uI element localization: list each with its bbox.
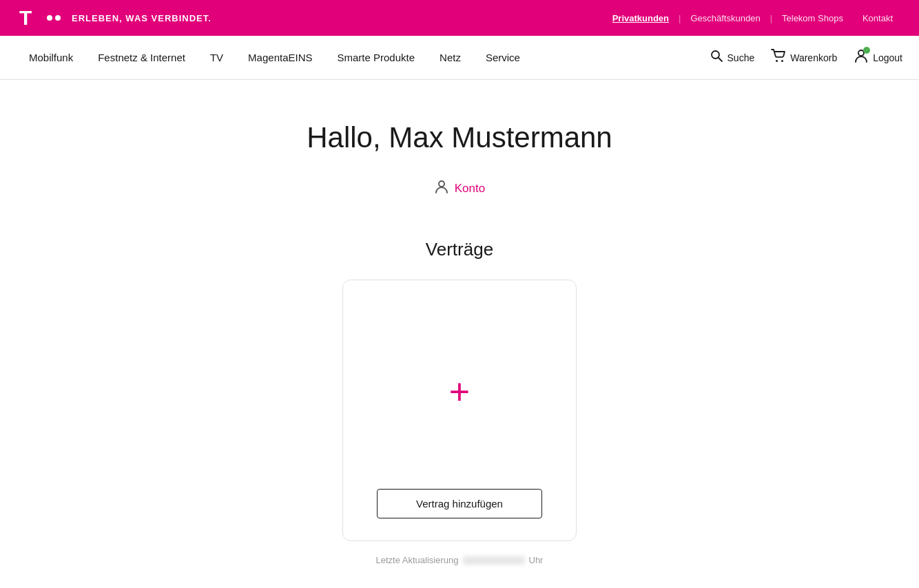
page-content: Hallo, Max Mustermann Konto Verträge + V… (149, 80, 770, 588)
contract-card: + Vertrag hinzufügen (342, 280, 577, 541)
konto-label: Konto (455, 182, 485, 196)
logout-action[interactable]: Logout (854, 48, 902, 67)
user-icon-wrap (854, 48, 869, 67)
search-action[interactable]: Suche (710, 49, 755, 66)
logo-dots (47, 15, 61, 21)
main-nav-actions: Suche Warenkorb Logout (710, 48, 902, 67)
telekom-logo: T ERLEBEN, WAS VERBINDET. (17, 6, 211, 30)
nav-geschaeftskunden[interactable]: Geschäftskunden (681, 13, 770, 23)
main-nav: Mobilfunk Festnetz & Internet TV Magenta… (0, 36, 919, 80)
greeting-heading: Hallo, Max Mustermann (166, 121, 753, 154)
tagline: ERLEBEN, WAS VERBINDET. (72, 13, 211, 23)
nav-tv[interactable]: TV (198, 36, 236, 79)
nav-magentaeins[interactable]: MagentaEINS (236, 36, 324, 79)
svg-point-2 (712, 51, 719, 59)
logout-label: Logout (873, 52, 902, 63)
search-icon (710, 49, 723, 66)
last-update-prefix: Letzte Aktualisierung (376, 555, 459, 565)
nav-mobilfunk[interactable]: Mobilfunk (17, 36, 85, 79)
logo-dot-1 (47, 15, 52, 21)
add-contract-button[interactable]: Vertrag hinzufügen (377, 489, 542, 518)
last-update: Letzte Aktualisierung Uhr (166, 555, 753, 565)
cart-label: Warenkorb (790, 52, 837, 63)
cart-icon (771, 49, 786, 66)
svg-line-3 (719, 58, 722, 61)
nav-smarte-produkte[interactable]: Smarte Produkte (325, 36, 428, 79)
top-bar-nav: Privatkunden | Geschäftskunden | Telekom… (603, 13, 902, 23)
cart-action[interactable]: Warenkorb (771, 49, 837, 66)
svg-point-7 (439, 181, 444, 187)
top-bar: T ERLEBEN, WAS VERBINDET. Privatkunden |… (0, 0, 919, 36)
svg-text:T: T (19, 6, 32, 29)
konto-link[interactable]: Konto (434, 179, 485, 198)
search-label: Suche (727, 52, 755, 63)
nav-service[interactable]: Service (473, 36, 533, 79)
last-update-suffix: Uhr (529, 555, 544, 565)
main-nav-links: Mobilfunk Festnetz & Internet TV Magenta… (17, 36, 533, 79)
logout-dot (863, 47, 870, 54)
logo-dot-2 (55, 15, 61, 21)
plus-icon: + (449, 374, 470, 410)
top-bar-left: T ERLEBEN, WAS VERBINDET. (17, 6, 211, 30)
nav-festnetz[interactable]: Festnetz & Internet (85, 36, 198, 79)
nav-netz[interactable]: Netz (427, 36, 473, 79)
card-plus-area: + (360, 322, 559, 461)
nav-kontakt[interactable]: Kontakt (853, 13, 902, 23)
section-title: Verträge (166, 239, 753, 260)
konto-section: Konto (166, 179, 753, 220)
svg-point-4 (776, 60, 778, 62)
svg-point-5 (781, 60, 783, 62)
nav-telekom-shops[interactable]: Telekom Shops (772, 13, 853, 23)
update-time-blurred (463, 556, 525, 565)
konto-user-icon (434, 179, 449, 198)
nav-privatkunden[interactable]: Privatkunden (603, 13, 679, 23)
logo-t-icon: T (17, 6, 41, 30)
